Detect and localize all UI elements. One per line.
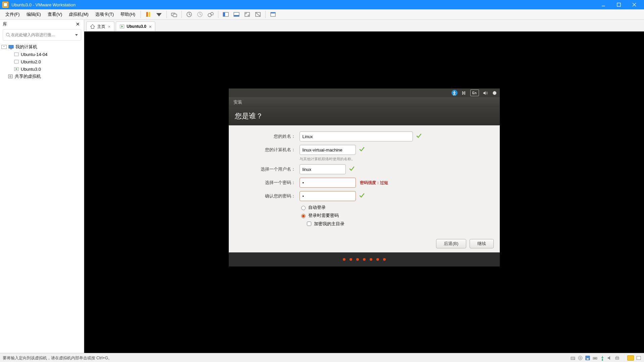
printer-icon[interactable] bbox=[614, 355, 620, 361]
progress-dot bbox=[383, 258, 386, 261]
label-name: 您的姓名： bbox=[237, 133, 296, 139]
svg-point-46 bbox=[574, 359, 575, 359]
snapshot-manager-button[interactable] bbox=[206, 10, 215, 19]
svg-rect-56 bbox=[615, 357, 619, 359]
status-message: 要将输入定向到该虚拟机，请在虚拟机内部单击或按 Ctrl+G。 bbox=[3, 355, 570, 361]
svg-point-54 bbox=[602, 360, 603, 361]
accessibility-icon[interactable] bbox=[451, 90, 458, 96]
window-titlebar: Ubuntu3.0 - VMware Workstation bbox=[0, 0, 644, 9]
installer-form: 您的姓名： 您的计算机名： 与其他计算机联络时使用的名称。 选择一个用户名： bbox=[229, 125, 500, 235]
input-host[interactable] bbox=[300, 145, 356, 155]
revert-snapshot-button[interactable] bbox=[195, 10, 205, 19]
input-method-indicator[interactable]: En bbox=[470, 89, 479, 96]
fit-guest-icon[interactable] bbox=[636, 355, 641, 361]
vm-icon bbox=[13, 52, 19, 57]
floppy-icon[interactable] bbox=[585, 355, 590, 361]
library-header: 库 bbox=[3, 21, 74, 27]
tab-home[interactable]: 主页 × bbox=[86, 21, 114, 31]
input-user[interactable] bbox=[300, 164, 346, 174]
tab-vm-label: Ubuntu3.0 bbox=[127, 24, 147, 29]
svg-marker-7 bbox=[156, 13, 162, 16]
host-hint: 与其他计算机联络时使用的名称。 bbox=[300, 157, 492, 162]
menu-vm[interactable]: 虚拟机(M) bbox=[65, 10, 92, 19]
vm-running-icon bbox=[13, 66, 19, 72]
progress-dot bbox=[376, 258, 379, 261]
input-password[interactable] bbox=[300, 178, 356, 188]
svg-rect-26 bbox=[9, 45, 13, 48]
menu-edit[interactable]: 编辑(E) bbox=[23, 10, 44, 19]
power-dropdown[interactable] bbox=[154, 10, 164, 19]
password-strength: 密码强度：过短 bbox=[360, 180, 388, 186]
svg-rect-58 bbox=[637, 356, 641, 360]
tree-item-ubuntu3[interactable]: Ubuntu3.0 bbox=[1, 65, 83, 73]
svg-point-33 bbox=[10, 76, 11, 77]
svg-rect-27 bbox=[10, 49, 12, 49]
radio-auto-login[interactable] bbox=[301, 206, 306, 210]
close-button[interactable] bbox=[627, 0, 642, 9]
tab-close-icon[interactable]: × bbox=[108, 24, 111, 29]
svg-marker-55 bbox=[608, 356, 610, 360]
tab-ubuntu3[interactable]: Ubuntu3.0 × bbox=[116, 21, 155, 31]
library-search-input[interactable] bbox=[10, 32, 73, 38]
network-icon[interactable] bbox=[461, 90, 467, 96]
label-encrypt-home: 加密我的主目录 bbox=[314, 221, 344, 227]
search-dropdown-icon[interactable] bbox=[75, 33, 78, 37]
tree-item-ubuntu2[interactable]: Ubuntu2.0 bbox=[1, 58, 83, 65]
library-close-icon[interactable]: ✕ bbox=[74, 21, 81, 27]
view-single-button[interactable] bbox=[232, 10, 241, 19]
view-console-button[interactable] bbox=[221, 10, 230, 19]
progress-dot bbox=[356, 258, 359, 261]
input-name[interactable] bbox=[300, 131, 413, 141]
option-require-password[interactable]: 登录时需要密码 bbox=[300, 213, 492, 219]
minimize-button[interactable] bbox=[596, 0, 611, 9]
sound-icon[interactable] bbox=[607, 355, 612, 361]
snapshot-button[interactable] bbox=[184, 10, 194, 19]
option-encrypt-home[interactable]: 加密我的主目录 bbox=[306, 221, 492, 227]
svg-marker-25 bbox=[75, 34, 78, 36]
unity-button[interactable] bbox=[253, 10, 263, 19]
send-keys-button[interactable] bbox=[169, 10, 179, 19]
power-icon[interactable] bbox=[492, 90, 498, 96]
label-require-password: 登录时需要密码 bbox=[308, 213, 339, 219]
shared-icon bbox=[7, 74, 13, 79]
checkbox-encrypt-home[interactable] bbox=[307, 222, 311, 226]
library-button[interactable] bbox=[268, 10, 278, 19]
pause-button[interactable] bbox=[144, 10, 153, 19]
progress-dot bbox=[350, 258, 352, 261]
maximize-button[interactable] bbox=[611, 0, 627, 9]
svg-rect-53 bbox=[595, 358, 596, 359]
tree-root-my-computer[interactable]: − 我的计算机 bbox=[1, 43, 83, 51]
tree-collapse-icon[interactable]: − bbox=[1, 45, 7, 49]
progress-dot bbox=[343, 258, 345, 261]
input-confirm-password[interactable] bbox=[300, 191, 356, 201]
message-log-icon[interactable] bbox=[627, 355, 634, 361]
menu-help[interactable]: 帮助(H) bbox=[117, 10, 139, 19]
continue-button[interactable]: 继续 bbox=[470, 239, 494, 248]
menu-view[interactable]: 查看(V) bbox=[44, 10, 65, 19]
menu-file[interactable]: 文件(F) bbox=[2, 10, 23, 19]
menu-tabs[interactable]: 选项卡(T) bbox=[92, 10, 117, 19]
label-auto-login: 自动登录 bbox=[308, 204, 326, 210]
tree-shared-vms[interactable]: 共享的虚拟机 bbox=[1, 73, 83, 80]
volume-icon[interactable] bbox=[482, 90, 488, 96]
svg-rect-50 bbox=[587, 358, 589, 360]
tab-close-icon[interactable]: × bbox=[149, 24, 152, 29]
network-adapter-icon[interactable] bbox=[592, 355, 598, 361]
disk-icon[interactable] bbox=[570, 355, 576, 361]
option-auto-login[interactable]: 自动登录 bbox=[300, 204, 492, 210]
installer-header: 您是谁？ bbox=[229, 107, 500, 125]
statusbar: 要将输入定向到该虚拟机，请在虚拟机内部单击或按 Ctrl+G。 bbox=[0, 353, 644, 362]
installer-heading: 您是谁？ bbox=[235, 111, 494, 121]
fullscreen-button[interactable] bbox=[243, 10, 252, 19]
svg-rect-9 bbox=[173, 14, 177, 17]
cd-icon[interactable] bbox=[578, 355, 583, 361]
back-button[interactable]: 后退(B) bbox=[436, 239, 466, 248]
svg-rect-18 bbox=[245, 12, 250, 16]
usb-icon[interactable] bbox=[600, 355, 605, 361]
svg-point-13 bbox=[211, 12, 213, 15]
radio-require-password[interactable] bbox=[301, 214, 306, 218]
tree-item-ubuntu-14-04[interactable]: Ubuntu-14-04 bbox=[1, 51, 83, 58]
vm-console[interactable]: En 安装 您是谁？ 您的姓名： 您的计算 bbox=[84, 32, 644, 353]
label-host: 您的计算机名： bbox=[237, 147, 296, 153]
library-search[interactable] bbox=[3, 29, 81, 41]
